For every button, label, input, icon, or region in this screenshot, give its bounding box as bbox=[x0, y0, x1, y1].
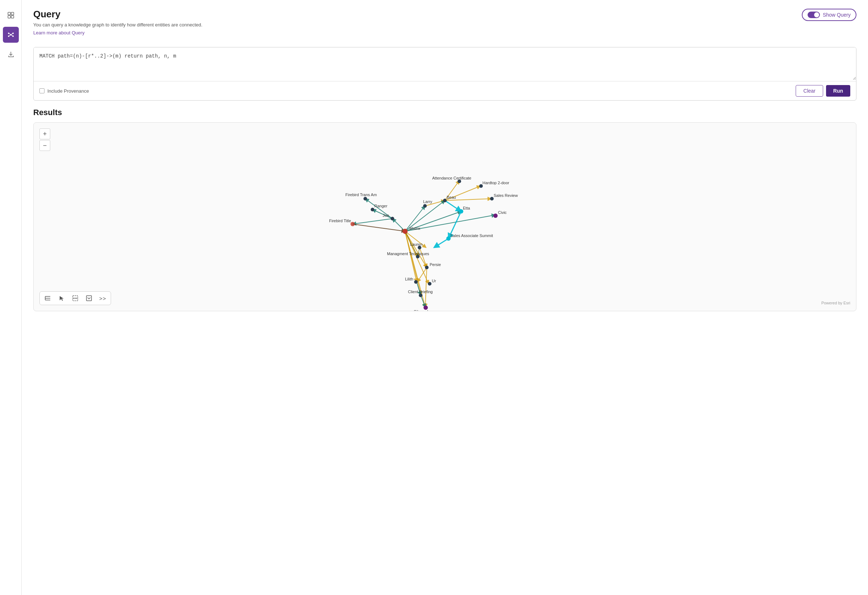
svg-text:Larry: Larry bbox=[423, 200, 433, 204]
select-box-icon[interactable] bbox=[71, 294, 80, 303]
svg-rect-1 bbox=[11, 12, 14, 15]
header-row: Query You can query a knowledge graph to… bbox=[33, 9, 856, 41]
svg-text:Hardtop 2-door: Hardtop 2-door bbox=[483, 181, 509, 185]
svg-line-10 bbox=[11, 33, 13, 35]
results-container: + − bbox=[33, 122, 856, 311]
svg-text:Ur: Ur bbox=[432, 279, 436, 283]
svg-point-74 bbox=[490, 197, 494, 200]
svg-text:Lauren: Lauren bbox=[410, 242, 422, 246]
svg-text:Ranger: Ranger bbox=[374, 204, 387, 208]
svg-text:Beau: Beau bbox=[447, 195, 456, 200]
svg-line-38 bbox=[445, 200, 461, 212]
toggle-switch-icon bbox=[807, 12, 820, 18]
svg-text:Lilith: Lilith bbox=[405, 277, 413, 281]
svg-point-44 bbox=[403, 229, 407, 234]
svg-text:Sales Review: Sales Review bbox=[494, 193, 518, 198]
svg-point-46 bbox=[391, 217, 394, 221]
sidebar bbox=[0, 0, 22, 595]
svg-text:Silverado: Silverado bbox=[414, 309, 430, 311]
more-options-icon[interactable]: >> bbox=[98, 294, 107, 303]
header-left: Query You can query a knowledge graph to… bbox=[33, 9, 202, 41]
svg-line-12 bbox=[11, 35, 13, 36]
svg-point-78 bbox=[371, 208, 374, 212]
svg-text:Matrix: Matrix bbox=[409, 226, 420, 231]
svg-line-35 bbox=[353, 219, 393, 224]
svg-text:Client Briefing: Client Briefing bbox=[408, 290, 433, 294]
svg-point-60 bbox=[428, 282, 431, 286]
svg-line-11 bbox=[9, 35, 11, 36]
svg-point-76 bbox=[493, 213, 497, 218]
svg-line-43 bbox=[353, 224, 405, 231]
page-title: Query bbox=[33, 9, 202, 20]
svg-point-82 bbox=[350, 222, 355, 226]
graph-toolbar: >> bbox=[40, 292, 111, 305]
svg-text:Civic: Civic bbox=[498, 210, 507, 215]
powered-by-label: Powered by Esri bbox=[821, 301, 850, 305]
svg-point-56 bbox=[425, 266, 428, 269]
svg-point-64 bbox=[419, 293, 422, 297]
svg-text:Etta: Etta bbox=[463, 206, 470, 210]
show-query-toggle[interactable]: Show Query bbox=[802, 9, 856, 21]
svg-point-50 bbox=[443, 199, 447, 202]
svg-line-9 bbox=[9, 33, 11, 35]
query-footer: Include Provenance Clear Run bbox=[34, 81, 856, 100]
graph-controls: + − bbox=[40, 129, 50, 151]
svg-rect-3 bbox=[11, 16, 14, 18]
page-container: Query You can query a knowledge graph to… bbox=[0, 0, 868, 595]
list-view-icon[interactable] bbox=[43, 294, 52, 303]
main-content: Query You can query a knowledge graph to… bbox=[22, 0, 868, 595]
svg-point-89 bbox=[74, 298, 74, 299]
svg-text:Managment Techniques: Managment Techniques bbox=[387, 252, 429, 256]
svg-text:Firebird Title: Firebird Title bbox=[329, 219, 351, 223]
svg-text:Attendance Certificate: Attendance Certificate bbox=[432, 176, 471, 180]
filter-icon[interactable] bbox=[85, 294, 93, 303]
graph-area: Matrix Joe Larry Beau Etta Lauren bbox=[34, 123, 856, 311]
learn-more-link[interactable]: Learn more about Query bbox=[33, 30, 85, 36]
graph-svg: Matrix Joe Larry Beau Etta Lauren bbox=[34, 123, 856, 311]
sidebar-graph-btn[interactable] bbox=[3, 27, 19, 43]
show-query-label: Show Query bbox=[823, 12, 851, 18]
clear-button[interactable]: Clear bbox=[796, 85, 823, 97]
run-button[interactable]: Run bbox=[826, 85, 850, 97]
svg-text:Persie: Persie bbox=[430, 262, 441, 267]
svg-rect-92 bbox=[86, 296, 92, 301]
include-provenance-text: Include Provenance bbox=[47, 88, 89, 94]
query-btn-group: Clear Run bbox=[796, 85, 850, 97]
svg-text:Sales Associate Summit: Sales Associate Summit bbox=[450, 234, 493, 238]
query-box: MATCH path=(n)-[r*..2]->(m) return path,… bbox=[33, 47, 856, 101]
svg-line-28 bbox=[393, 219, 405, 231]
svg-point-90 bbox=[75, 298, 76, 299]
zoom-in-button[interactable]: + bbox=[40, 129, 50, 139]
page-subtitle: You can query a knowledge graph to ident… bbox=[33, 22, 202, 28]
svg-text:Firebird Trans Am: Firebird Trans Am bbox=[345, 192, 377, 197]
sidebar-table-btn[interactable] bbox=[3, 7, 19, 23]
svg-point-58 bbox=[414, 280, 418, 284]
query-textarea[interactable]: MATCH path=(n)-[r*..2]->(m) return path,… bbox=[34, 47, 856, 80]
zoom-out-button[interactable]: − bbox=[40, 140, 50, 151]
sidebar-export-btn[interactable] bbox=[3, 46, 19, 62]
svg-point-91 bbox=[76, 298, 77, 299]
results-title: Results bbox=[33, 108, 856, 117]
svg-line-22 bbox=[425, 268, 427, 307]
svg-point-80 bbox=[363, 197, 367, 200]
svg-rect-2 bbox=[8, 16, 10, 18]
svg-line-40 bbox=[434, 238, 449, 247]
svg-line-16 bbox=[405, 231, 427, 268]
include-provenance-checkbox[interactable] bbox=[40, 88, 44, 93]
svg-rect-0 bbox=[8, 12, 10, 15]
cursor-icon[interactable] bbox=[57, 294, 66, 303]
svg-text:Joe: Joe bbox=[382, 213, 389, 218]
provenance-label[interactable]: Include Provenance bbox=[40, 88, 89, 94]
svg-point-48 bbox=[423, 204, 427, 208]
